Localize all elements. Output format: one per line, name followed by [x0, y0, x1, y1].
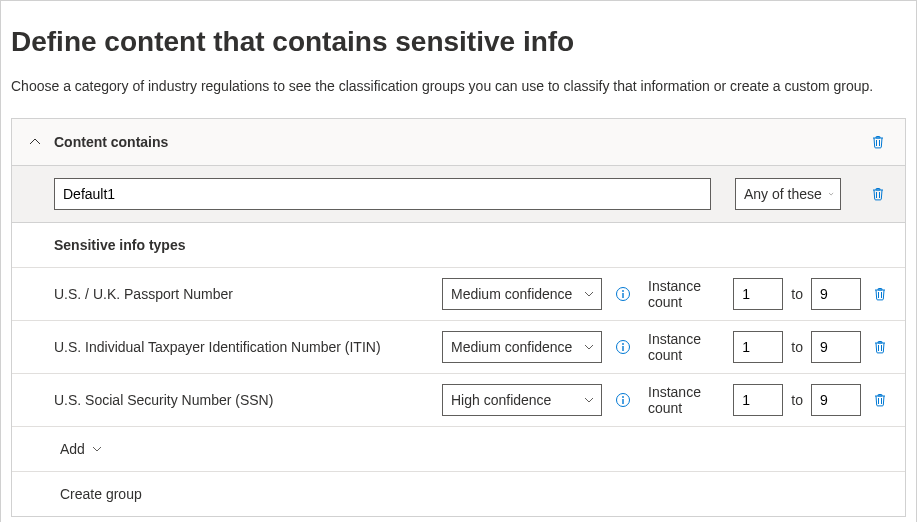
chevron-up-icon [29, 136, 41, 148]
trash-icon [870, 186, 886, 202]
info-button[interactable] [610, 387, 636, 413]
instance-count-label: Instance count [648, 384, 725, 416]
trash-icon [870, 134, 886, 150]
create-group-label: Create group [60, 486, 142, 502]
chevron-down-icon [583, 288, 595, 300]
info-icon [615, 339, 631, 355]
instance-count-label: Instance count [648, 278, 725, 310]
page-title: Define content that contains sensitive i… [11, 25, 906, 59]
group-header: Any of these [12, 166, 905, 223]
confidence-label: High confidence [451, 392, 577, 408]
content-contains-panel: Content contains Any of these Sensitive … [11, 118, 906, 517]
svg-rect-8 [622, 399, 623, 404]
sit-row: U.S. Social Security Number (SSN) High c… [12, 374, 905, 427]
trash-icon [872, 286, 888, 302]
panel-title: Content contains [54, 134, 865, 150]
info-icon [615, 286, 631, 302]
sit-name: U.S. Individual Taxpayer Identification … [54, 339, 442, 355]
chevron-down-icon [583, 341, 595, 353]
delete-row-button[interactable] [869, 334, 891, 360]
confidence-label: Medium confidence [451, 286, 577, 302]
collapse-toggle[interactable] [26, 133, 44, 151]
delete-row-button[interactable] [869, 387, 891, 413]
group-name-input[interactable] [54, 178, 711, 210]
info-button[interactable] [610, 281, 636, 307]
delete-panel-button[interactable] [865, 129, 891, 155]
add-label: Add [60, 441, 85, 457]
sit-row: U.S. / U.K. Passport Number Medium confi… [12, 268, 905, 321]
instance-count-label: Instance count [648, 331, 725, 363]
add-button[interactable]: Add [60, 441, 103, 457]
chevron-down-icon [828, 188, 834, 200]
match-mode-dropdown[interactable]: Any of these [735, 178, 841, 210]
sensitive-info-types-heading: Sensitive info types [12, 223, 905, 268]
trash-icon [872, 339, 888, 355]
to-label: to [791, 392, 803, 408]
add-row: Add [12, 427, 905, 472]
instance-count-from[interactable] [733, 384, 783, 416]
chevron-down-icon [583, 394, 595, 406]
sit-name: U.S. Social Security Number (SSN) [54, 392, 442, 408]
delete-group-button[interactable] [865, 181, 891, 207]
instance-count-to[interactable] [811, 278, 861, 310]
to-label: to [791, 339, 803, 355]
delete-row-button[interactable] [869, 281, 891, 307]
create-group-button[interactable]: Create group [60, 486, 142, 502]
sit-name: U.S. / U.K. Passport Number [54, 286, 442, 302]
confidence-dropdown[interactable]: High confidence [442, 384, 602, 416]
confidence-dropdown[interactable]: Medium confidence [442, 331, 602, 363]
info-icon [615, 392, 631, 408]
svg-rect-2 [622, 293, 623, 298]
instance-count-from[interactable] [733, 331, 783, 363]
panel-header: Content contains [12, 119, 905, 166]
confidence-dropdown[interactable]: Medium confidence [442, 278, 602, 310]
instance-count-to[interactable] [811, 331, 861, 363]
sit-row: U.S. Individual Taxpayer Identification … [12, 321, 905, 374]
confidence-label: Medium confidence [451, 339, 577, 355]
svg-point-4 [622, 343, 624, 345]
info-button[interactable] [610, 334, 636, 360]
trash-icon [872, 392, 888, 408]
match-mode-label: Any of these [744, 186, 822, 202]
page-intro: Choose a category of industry regulation… [11, 77, 906, 97]
instance-count-to[interactable] [811, 384, 861, 416]
svg-rect-5 [622, 346, 623, 351]
svg-point-1 [622, 290, 624, 292]
create-group-row: Create group [12, 472, 905, 516]
svg-point-7 [622, 396, 624, 398]
instance-count-from[interactable] [733, 278, 783, 310]
chevron-down-icon [91, 443, 103, 455]
to-label: to [791, 286, 803, 302]
